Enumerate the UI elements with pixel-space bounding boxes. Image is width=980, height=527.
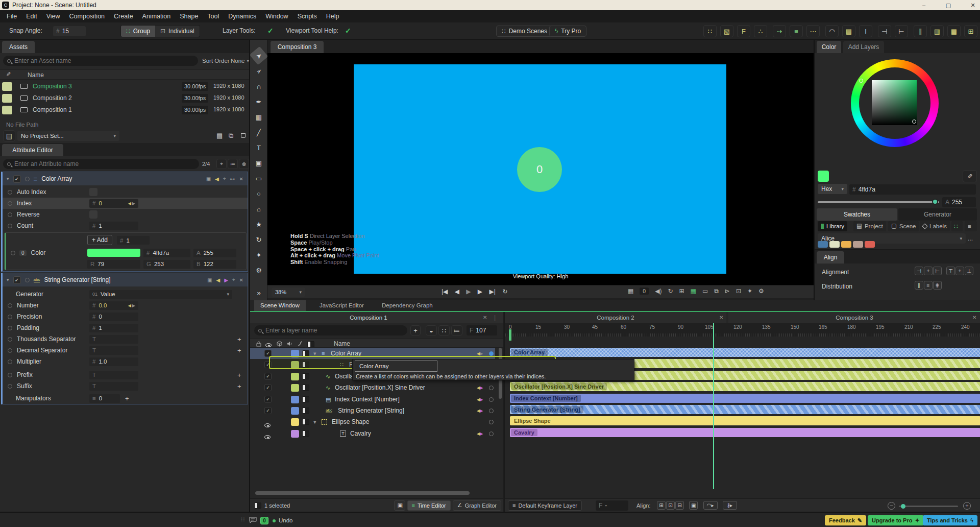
layer-row[interactable]: T Cavalry ◀▶ <box>250 428 495 439</box>
enabled-checkbox[interactable]: ✓ <box>13 175 21 183</box>
layer-swatch[interactable] <box>291 418 299 426</box>
align-right-icon[interactable]: ⊢ <box>933 267 942 275</box>
prev-frame-button[interactable]: ◀ <box>455 288 459 295</box>
eyedropper-icon[interactable] <box>298 341 303 347</box>
add-connection-icon[interactable]: + <box>237 347 241 354</box>
color-preview-swatch[interactable] <box>818 171 829 182</box>
trash-icon[interactable] <box>241 133 246 138</box>
scatter-filter-icon[interactable]: ∷ <box>438 325 450 336</box>
clip-icon[interactable] <box>302 373 309 379</box>
asset-name[interactable]: Composition 2 <box>33 94 72 102</box>
scene-source-button[interactable]: ▢ Scene <box>888 221 919 231</box>
number-field[interactable]: # 0.0 ◀▶ <box>89 301 138 310</box>
timeline-bar[interactable]: Cavalry <box>510 428 980 437</box>
close-section-icon[interactable]: ✕ <box>239 176 243 182</box>
menu-help[interactable]: Help <box>322 10 344 22</box>
keyframe-icon[interactable]: ◀ <box>216 277 220 283</box>
viewport-settings-icon[interactable]: ⚙ <box>758 288 764 295</box>
tab-composition-3[interactable]: Composition 3 ✕ <box>728 312 980 323</box>
arc-tool[interactable]: ↻ <box>252 233 265 246</box>
align-center-v-icon[interactable]: + <box>955 267 964 275</box>
visibility-eye-icon[interactable] <box>264 435 271 439</box>
close-tab-icon[interactable]: ✕ <box>972 312 976 323</box>
grid-icon[interactable]: ▦ <box>947 25 961 37</box>
alpha-slider-handle[interactable] <box>932 199 938 205</box>
asset-row[interactable]: Composition 3 30.00fps 1920 x 1080 <box>0 81 249 92</box>
next-keyframe-icon[interactable]: ▶ <box>132 303 135 308</box>
snapshot-icon[interactable]: ⊡ <box>736 288 741 295</box>
keyframe-dot[interactable] <box>8 373 12 377</box>
manipulators-field[interactable]: ≡ 0 <box>89 394 120 403</box>
layer-swatch[interactable] <box>291 384 299 392</box>
add-manipulator-button[interactable]: + <box>125 395 129 402</box>
assets-name-header[interactable]: Name <box>28 71 44 79</box>
align-top-icon[interactable]: ⊤ <box>946 267 955 275</box>
add-connection-icon[interactable]: + <box>237 382 241 390</box>
timeline-bar[interactable]: Oscillator [Position.X] Sine Driver <box>510 382 980 391</box>
horizontal-scrollbar[interactable] <box>255 491 470 495</box>
swatch-chip[interactable] <box>841 241 851 248</box>
green-field[interactable]: G 253 <box>143 260 190 269</box>
saturation-square[interactable] <box>872 80 917 125</box>
display-icon[interactable]: ▭ <box>702 288 708 295</box>
play-button[interactable]: ▶ <box>478 288 482 295</box>
tab-dependency-graph[interactable]: Dependency Graph <box>376 300 439 311</box>
layer-name[interactable]: Cavalry <box>350 430 371 437</box>
align-keys-right-icon[interactable]: ⊟ <box>675 501 684 510</box>
clip-icon[interactable] <box>302 419 309 425</box>
list-settings-icon[interactable]: ≔ <box>451 325 462 336</box>
graph-editor-button[interactable]: ∠ Graph Editor <box>453 500 501 511</box>
polygon-tool[interactable]: ⌂ <box>252 202 265 215</box>
layer-name[interactable]: Ellipse Shape <box>332 418 369 425</box>
alpha-field[interactable]: A 255 <box>193 249 236 257</box>
clip-icon[interactable] <box>307 341 314 347</box>
tab-attribute-editor[interactable]: Attribute Editor <box>2 144 63 156</box>
count-field[interactable]: # 1 <box>89 222 138 230</box>
cube-icon[interactable]: ▧ <box>720 25 733 37</box>
thousands-separator-field[interactable]: T <box>89 335 138 344</box>
asset-swatch[interactable] <box>2 106 12 114</box>
clip-icon[interactable] <box>302 430 309 437</box>
next-keyframe-icon[interactable]: ▶ <box>480 409 483 413</box>
box-select-icon[interactable]: ▣ <box>689 501 698 510</box>
align-left-icon[interactable]: ⊣ <box>915 267 923 275</box>
swatch-chip[interactable] <box>853 241 863 248</box>
project-icon[interactable]: ▤ <box>3 130 15 141</box>
tab-javascript-editor[interactable]: JavaScript Editor <box>313 300 370 311</box>
menu-shape[interactable]: Shape <box>175 10 203 22</box>
multiplier-field[interactable]: # 1.0 <box>89 357 138 366</box>
rectangle-tool[interactable]: ▭ <box>252 172 265 185</box>
prev-keyframe-icon[interactable]: ◀ <box>128 303 131 308</box>
menu-animation[interactable]: Animation <box>138 10 176 22</box>
grid-toggle-icon[interactable]: ⊞ <box>679 288 684 295</box>
zoom-dropdown[interactable]: 38% ▾ <box>272 288 305 297</box>
state-icon[interactable]: ▣ <box>206 176 211 182</box>
asset-swatch[interactable] <box>2 82 12 91</box>
chevron-down-icon[interactable]: ▾ <box>313 419 316 425</box>
align-left-icon[interactable]: ⊣ <box>878 25 891 37</box>
close-tab-icon[interactable]: ✕ <box>719 312 723 323</box>
add-color-button[interactable]: + Add <box>87 235 112 245</box>
hex-input[interactable]: # 4ffd7a <box>849 184 976 195</box>
motion-path-icon[interactable]: ⇢ <box>773 25 786 37</box>
ellipsis-icon[interactable]: ⋯ <box>806 25 820 37</box>
add-connection-icon[interactable]: + <box>237 336 241 343</box>
tab-composition-1[interactable]: Composition 1 <box>250 312 487 323</box>
try-pro-button[interactable]: ϟ Try Pro <box>549 26 586 37</box>
decimal-separator-field[interactable]: T <box>89 346 138 355</box>
group-toggle[interactable]: ∷ Group <box>121 26 155 37</box>
saturation-marker[interactable] <box>912 119 916 124</box>
alpha-slider[interactable] <box>818 201 939 203</box>
folder-icon[interactable]: ▤ <box>216 132 223 139</box>
prefix-field[interactable]: T <box>89 371 138 379</box>
layer-name[interactable]: Index Context [Number] <box>335 396 400 403</box>
tab-composition-2[interactable]: Composition 2 ✕ <box>505 312 726 323</box>
snap-angle-field[interactable]: # 15 <box>53 26 86 36</box>
keyframe-dot[interactable] <box>11 251 15 255</box>
play-reverse-button[interactable]: ▶ <box>466 288 471 295</box>
keyframe-dot[interactable] <box>8 348 12 353</box>
tab-add-layers[interactable]: Add Layers <box>843 41 884 53</box>
auto-index-checkbox[interactable] <box>89 188 97 196</box>
audio-icon[interactable]: ◀) <box>655 288 662 295</box>
project-source-button[interactable]: ▤ Project <box>853 221 886 231</box>
